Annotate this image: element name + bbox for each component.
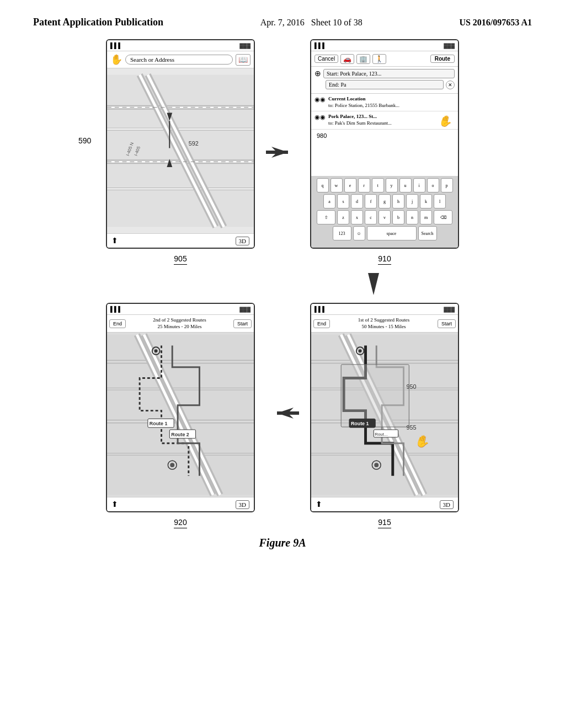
key-v[interactable]: v [379, 210, 391, 224]
ref-980: 980 [311, 130, 458, 142]
status-bar-920: ▌▌▌ ▓▓▓ [107, 304, 254, 315]
start-row: ⊕ Start: Pork Palace, 123... [315, 69, 455, 78]
bottom-bar-915: ⬆ 3D [311, 497, 458, 511]
search-input-905[interactable]: Search or Address [125, 55, 233, 65]
key-b[interactable]: b [392, 210, 404, 224]
map-svg-920: Route 1 Route 2 [107, 333, 254, 497]
key-m[interactable]: m [420, 210, 432, 224]
3d-mode-btn-920[interactable]: 3D [236, 500, 249, 509]
key-r[interactable]: r [358, 178, 370, 192]
route-nav-bar-920: End 2nd of 2 Suggested Routes 25 Minutes… [107, 315, 254, 333]
svg-rect-60 [341, 365, 409, 427]
key-g[interactable]: g [379, 194, 391, 208]
suggestion-text-1: Current Location to: Police Station, 215… [328, 96, 399, 109]
suggestion-line2-2: to: Pak's Dim Sum Restaurant... [328, 120, 392, 127]
bottom-row: ▌▌▌ ▓▓▓ End 2nd of 2 Suggested Routes 25… [106, 303, 459, 528]
svg-point-70 [374, 463, 379, 467]
svg-rect-22 [266, 151, 288, 154]
arrow-left-1 [266, 397, 299, 435]
suggestion-line1-2: Pork Palace, 123... St... [328, 114, 392, 120]
location-icon-905[interactable]: ⬆ [111, 236, 118, 245]
figure-caption-text: Figure 9A [259, 537, 306, 549]
keyboard-row-2: a s d f g h j k l [313, 194, 456, 208]
key-search[interactable]: Search [418, 226, 437, 240]
keyboard-910: q w e r t y u i o p a s d [311, 176, 458, 248]
key-t[interactable]: t [372, 178, 384, 192]
key-o[interactable]: o [427, 178, 439, 192]
cancel-button[interactable]: Cancel [315, 55, 338, 63]
figure-caption: Figure 9A [259, 537, 306, 549]
signal-icon-910: ▌▌▌ [315, 42, 326, 49]
signal-icon: ▌▌▌ [110, 42, 122, 49]
status-bar-910: ▌▌▌ ▓▓▓ [311, 40, 458, 51]
key-d[interactable]: d [351, 194, 363, 208]
hand-icon-2: ✋ [437, 113, 454, 130]
key-i[interactable]: i [413, 178, 425, 192]
key-y[interactable]: y [386, 178, 398, 192]
map-915: Route 1 Rout... 950 955 ✋ [311, 333, 458, 497]
walk-transport-btn[interactable]: 🚶 [372, 54, 386, 64]
3d-mode-btn-905[interactable]: 3D [236, 237, 249, 245]
suggestion-line2-1: to: Police Station, 21555 Burbank... [328, 103, 399, 109]
key-space[interactable]: space [367, 226, 417, 240]
end-field[interactable]: End: Pa [326, 80, 444, 89]
suggestion-line1-1: Current Location [328, 96, 399, 103]
phone-910: ▌▌▌ ▓▓▓ Cancel 🚗 🏢 🚶 Route ⊕ Star [310, 39, 459, 249]
svg-text:950: 950 [406, 383, 416, 390]
suggestion-1[interactable]: ◉◉ Current Location to: Police Station, … [311, 94, 458, 111]
key-numbers[interactable]: 123 [333, 226, 351, 240]
key-e[interactable]: e [344, 178, 356, 192]
key-n[interactable]: n [406, 210, 418, 224]
key-z[interactable]: z [337, 210, 349, 224]
end-button-915[interactable]: End [313, 319, 330, 328]
svg-text:592: 592 [189, 140, 199, 147]
key-p[interactable]: p [441, 178, 453, 192]
signal-920: ▌▌▌ [110, 306, 122, 312]
key-u[interactable]: u [399, 178, 412, 192]
key-h[interactable]: h [392, 194, 404, 208]
key-shift[interactable]: ⇧ [317, 210, 335, 224]
suggestion-icon-2: ◉◉ [315, 114, 326, 121]
hand-icon: ✋ [110, 53, 122, 66]
start-field[interactable]: Start: Pork Palace, 123... [323, 69, 455, 78]
svg-marker-23 [368, 273, 379, 295]
start-button-915[interactable]: Start [438, 319, 456, 328]
transit-transport-btn[interactable]: 🏢 [356, 54, 370, 64]
key-f[interactable]: f [365, 194, 377, 208]
label-920: 920 [174, 518, 186, 528]
key-delete[interactable]: ⌫ [434, 210, 452, 224]
key-c[interactable]: c [365, 210, 377, 224]
key-s[interactable]: s [337, 194, 349, 208]
3d-mode-btn-915[interactable]: 3D [440, 500, 454, 509]
route-button[interactable]: Route [430, 55, 455, 63]
key-q[interactable]: q [317, 178, 329, 192]
key-l[interactable]: l [434, 194, 446, 208]
suggestion-2[interactable]: ◉◉ Pork Palace, 123... St... to: Pak's D… [311, 111, 458, 129]
end-button-920[interactable]: End [109, 319, 126, 328]
svg-text:Rout...: Rout... [375, 432, 387, 437]
key-j[interactable]: j [406, 194, 418, 208]
key-a[interactable]: a [323, 194, 335, 208]
car-transport-btn[interactable]: 🚗 [340, 54, 354, 64]
route-info-line2-920: 25 Minutes - 20 Miles [127, 324, 232, 330]
battery-icon: ▓▓▓ [239, 43, 250, 49]
map-svg-915: Route 1 Rout... 950 955 ✋ [311, 333, 458, 497]
map-area-905: I-405 N I-405 592 [107, 68, 254, 233]
suggestion-icon-1: ◉◉ [315, 96, 326, 103]
key-w[interactable]: w [331, 178, 343, 192]
key-k[interactable]: k [420, 194, 432, 208]
start-button-920[interactable]: Start [233, 319, 252, 328]
svg-point-66 [359, 349, 362, 352]
key-x[interactable]: x [351, 210, 363, 224]
route-info-line1-915: 1st of 2 Suggested Routes [332, 317, 436, 324]
clear-button[interactable]: ✕ [446, 81, 455, 89]
book-icon[interactable]: 📖 [236, 54, 250, 66]
location-icon-915[interactable]: ⬆ [316, 500, 322, 509]
status-bar-905: ▌▌▌ ▓▓▓ [107, 40, 254, 51]
phone-915-container: ▌▌▌ ▓▓▓ End 1st of 2 Suggested Routes 50… [310, 303, 459, 528]
status-bar-915: ▌▌▌ ▓▓▓ [311, 304, 458, 315]
compass-icon: ⊕ [315, 69, 321, 78]
route-toolbar-910: Cancel 🚗 🏢 🚶 Route [311, 51, 458, 67]
location-icon-920[interactable]: ⬆ [111, 500, 118, 509]
key-emoji[interactable]: ☺ [353, 226, 365, 240]
